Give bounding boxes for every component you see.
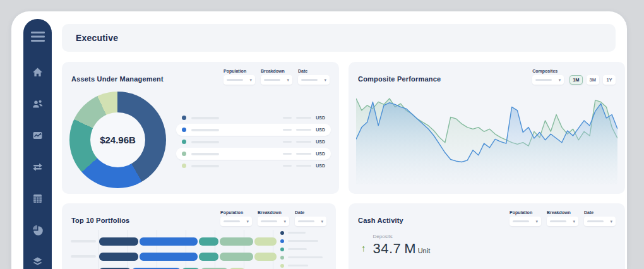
chevron-down-icon: ▾ [246,219,249,224]
population-select[interactable]: ▾ [220,217,252,226]
placeholder-bar [587,220,604,222]
bar-segment[interactable] [99,253,138,261]
chevron-down-icon: ▾ [573,219,575,224]
range-3m-button[interactable]: 3M [587,75,599,85]
placeholder-bar [283,141,292,143]
population-select[interactable]: ▾ [510,217,541,226]
legend-dot [182,164,186,168]
placeholder-bar [296,141,311,143]
chevron-down-icon: ▾ [321,219,323,224]
placeholder-bar [224,220,240,222]
placeholder-bar [71,240,96,242]
bar-segment[interactable] [254,253,277,261]
aum-card-title: Assets Under Management [71,75,164,83]
home-icon [32,67,43,78]
population-select[interactable]: ▾ [224,75,255,85]
chevron-down-icon: ▾ [283,219,286,224]
breakdown-label: Breakdown [258,210,289,215]
composites-label: Composites [532,69,564,73]
population-label: Population [510,210,541,215]
composites-select[interactable]: ▾ [532,75,564,85]
layers-icon [32,256,43,267]
hamburger-icon[interactable] [31,32,45,42]
sidebar-item-allocation[interactable] [32,225,43,236]
placeholder-bar [288,232,306,234]
sidebar-item-clients[interactable] [32,99,43,109]
top10-legend-item [280,229,323,237]
top10-legend [280,229,323,269]
placeholder-bar [296,165,311,167]
bar-segment[interactable] [99,237,138,246]
top10-legend-item [280,245,323,253]
sidebar-item-transfers[interactable] [32,162,43,172]
breakdown-select[interactable]: ▾ [547,217,578,226]
portfolio-bar-row [71,264,278,269]
aum-total-value: $24.96B [100,134,136,145]
aum-donut-hole: $24.96B [90,112,145,167]
aum-card: Assets Under Management Population ▾ Bre… [62,62,339,194]
deposits-value: 34.7 [373,241,402,257]
bar-segment[interactable] [199,253,218,261]
data-table-icon [32,193,43,204]
cash-filters: Population ▾ Breakdown ▾ Date ▾ [510,210,616,226]
legend-dot [280,231,284,235]
chevron-down-icon: ▾ [249,78,252,82]
chevron-down-icon: ▾ [535,219,538,224]
currency-label: USD [316,128,325,132]
deposits-label: Deposits [373,234,431,239]
aum-legend-row: USD [176,124,331,136]
date-select[interactable]: ▾ [295,217,326,226]
placeholder-bar [288,265,308,266]
placeholder-bar [296,129,311,131]
sidebar-item-data-table[interactable] [32,193,43,204]
range-buttons: 1M3M1Y [569,75,616,85]
date-label: Date [584,210,616,215]
breakdown-label: Breakdown [547,210,578,215]
sidebar-item-performance[interactable] [32,130,43,141]
placeholder-bar [191,129,219,131]
placeholder-bar [513,220,529,222]
bar-segment[interactable] [254,237,277,246]
portfolio-bar-row [71,234,278,249]
date-select[interactable]: ▾ [584,217,616,226]
composite-card-title: Composite Performance [358,75,441,83]
placeholder-bar [288,248,307,250]
bar-segment[interactable] [199,237,218,246]
placeholder-bar [283,117,292,119]
breakdown-select[interactable]: ▾ [258,217,289,226]
placeholder-bar [296,117,311,119]
population-label: Population [224,69,255,73]
bar-segment[interactable] [220,253,253,261]
sidebar-item-layers[interactable] [32,256,43,267]
top10-legend-item [280,237,323,245]
placeholder-bar [283,153,292,155]
bar-segment[interactable] [140,253,198,261]
legend-dot [182,128,186,132]
range-1y-button[interactable]: 1Y [603,75,616,85]
chevron-down-icon: ▾ [610,219,612,224]
placeholder-bar [71,255,96,258]
aum-legend-row: USD [176,160,331,172]
aum-legend-row: USD [176,148,331,160]
performance-icon [32,130,43,141]
sidebar-item-home[interactable] [32,67,43,78]
legend-dot [182,140,186,144]
bar-segment[interactable] [140,237,198,246]
aum-donut-chart: $24.96B [69,92,166,188]
deposit-up-arrow-icon: ↑ [361,242,366,257]
cash-activity-card: Cash Activity Population ▾ Breakdown ▾ D… [349,203,625,269]
bar-segment[interactable] [220,237,253,246]
range-1m-button[interactable]: 1M [569,75,582,85]
date-select[interactable]: ▾ [298,75,330,85]
placeholder-bar [550,220,566,222]
placeholder-bar [296,153,311,155]
placeholder-bar [535,79,552,81]
allocation-pie-icon [32,225,43,236]
deposits-unit-label: Unit [418,247,431,254]
breakdown-select[interactable]: ▾ [261,75,292,85]
population-label: Population [220,210,252,215]
deposits-unit: M [404,241,415,257]
legend-dot [280,248,284,251]
sidebar [23,19,52,269]
placeholder-bar [261,220,277,222]
